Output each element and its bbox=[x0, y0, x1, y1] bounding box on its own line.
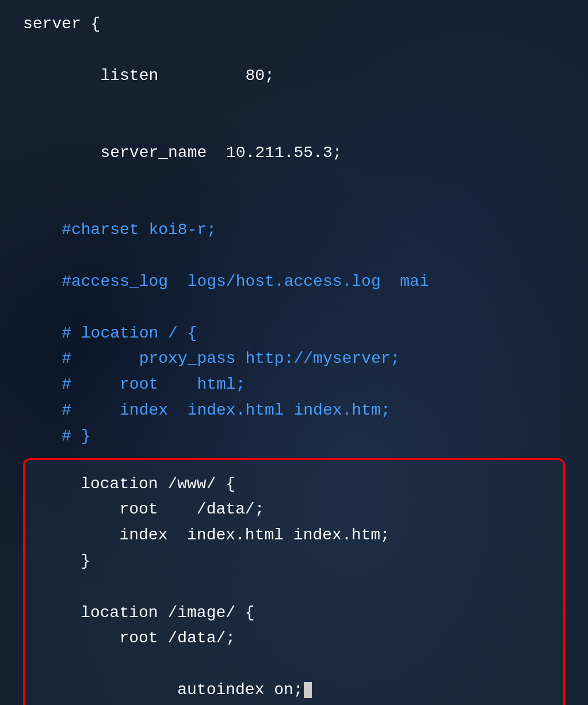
listen-value: 80; bbox=[158, 67, 274, 85]
commented-location-3: # root html; bbox=[23, 372, 565, 398]
server-name-value: 10.211.55.3; bbox=[207, 144, 342, 162]
server-name-line: server_name 10.211.55.3; bbox=[23, 114, 565, 191]
listen-line: listen 80; bbox=[23, 37, 565, 114]
close-www-line: } bbox=[42, 549, 546, 574]
index-www-line: index index.html index.htm; bbox=[42, 523, 546, 549]
blank-line-2 bbox=[23, 243, 565, 269]
blank-line-3 bbox=[23, 295, 565, 321]
access-log-comment-line: #access_log logs/host.access.log mai bbox=[23, 269, 565, 295]
autoindex-line: autoindex on; 列出目录文件 bbox=[42, 652, 546, 705]
root-image-line: root /data/; bbox=[42, 626, 546, 652]
location-image-line: location /image/ { bbox=[42, 600, 546, 626]
server-open-line: server { bbox=[23, 12, 565, 37]
commented-location-2: # proxy_pass http://myserver; bbox=[23, 346, 565, 372]
cursor bbox=[304, 682, 312, 698]
location-www-line: location /www/ { bbox=[42, 472, 546, 497]
server-name-label: server_name bbox=[62, 144, 207, 162]
highlight-box: location /www/ { root /data/; index inde… bbox=[23, 458, 565, 705]
commented-location-5: # } bbox=[23, 424, 565, 450]
blank-line-1 bbox=[23, 192, 565, 218]
commented-location-1: # location / { bbox=[23, 321, 565, 347]
blank-line-4 bbox=[42, 574, 546, 600]
commented-location-4: # index index.html index.htm; bbox=[23, 398, 565, 424]
charset-comment-line: #charset koi8-r; bbox=[23, 217, 565, 243]
autoindex-text: autoindex on; bbox=[100, 681, 303, 699]
listen-label: listen bbox=[62, 67, 158, 85]
root-www-line: root /data/; bbox=[42, 497, 546, 523]
